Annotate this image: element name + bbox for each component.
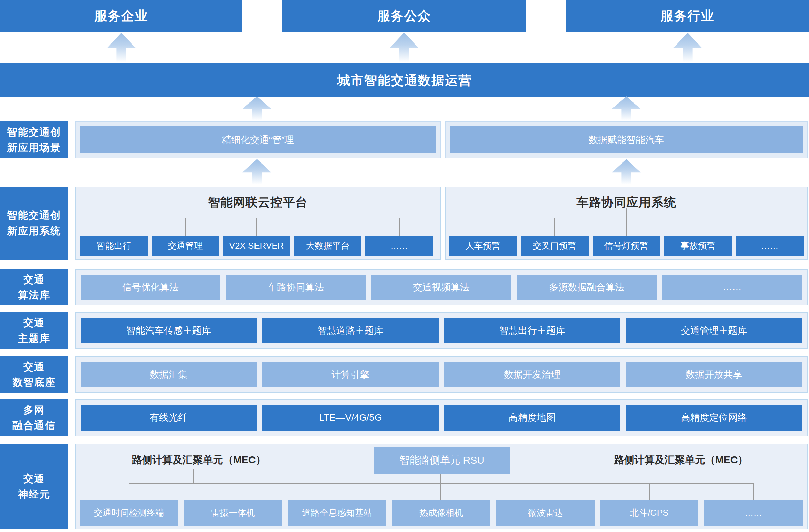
connector-line: [129, 483, 754, 484]
connector-line: [440, 474, 441, 483]
up-arrow: [390, 33, 419, 62]
theme-box: 智慧出行主题库: [444, 318, 620, 343]
connector-line: [193, 469, 194, 483]
child-box: 人车预警: [449, 236, 517, 256]
device-box: ……: [704, 500, 803, 526]
scene-panel-left: 精细化交通“管”理: [75, 121, 441, 158]
child-box: ……: [736, 236, 804, 256]
service-enterprise-box: 服务企业: [0, 0, 242, 32]
service-public-box: 服务公众: [282, 0, 526, 32]
device-box: 微波雷达: [496, 500, 595, 526]
child-box: 大数据平台: [294, 236, 362, 256]
child-box: 交叉口预警: [521, 236, 588, 256]
device-box: 北斗/GPS: [600, 500, 699, 526]
connector-line: [114, 218, 114, 236]
child-box: 智能出行: [80, 236, 148, 256]
algorithm-box: 交通视频算法: [372, 275, 511, 300]
sidebar-neurons: 交通 神经元: [0, 444, 68, 529]
themes-panel: 智能汽车传感主题库 智慧道路主题库 智慧出行主题库 交通管理主题库: [75, 312, 808, 349]
child-box: V2X SERVER: [223, 236, 290, 256]
sidebar-foundation: 交通 数智底座: [0, 356, 68, 393]
network-box: 高精度地图: [444, 405, 620, 430]
child-box: 信号灯预警: [592, 236, 660, 256]
connector-line: [256, 218, 257, 236]
connector-line: [681, 469, 681, 483]
network-panel: 有线光纤 LTE—V/4G/5G 高精度地图 高精度定位网络: [75, 399, 808, 436]
network-box: 有线光纤: [81, 405, 257, 430]
child-box: 交通管理: [152, 236, 219, 256]
algorithm-box: 多源数据融合算法: [517, 275, 656, 300]
foundation-panel: 数据汇集 计算引擎 数据开发治理 数据开放共享: [75, 356, 808, 393]
foundation-box: 数据开发治理: [444, 362, 620, 388]
scene-fine-traffic-management: 精细化交通“管”理: [80, 126, 436, 153]
network-box: LTE—V/4G/5G: [262, 405, 438, 430]
connector-line: [698, 218, 699, 236]
up-arrow: [107, 33, 136, 62]
connector-line: [185, 218, 186, 236]
scene-panel-right: 数据赋能智能汽车: [445, 121, 808, 158]
vehicle-road-children: 人车预警 交叉口预警 信号灯预警 事故预警 ……: [449, 236, 804, 256]
connector-line: [258, 208, 258, 218]
cloud-platform-children: 智能出行 交通管理 V2X SERVER 大数据平台 ……: [80, 236, 433, 256]
up-arrow: [612, 97, 641, 120]
network-box: 高精度定位网络: [626, 405, 802, 430]
foundation-box: 数据开放共享: [626, 362, 802, 388]
connector-line: [626, 208, 627, 218]
up-arrow: [612, 159, 641, 184]
data-operation-band: 城市智能交通数据运营: [0, 63, 809, 97]
service-industry-box: 服务行业: [566, 0, 809, 32]
connector-line: [770, 218, 770, 236]
architecture-diagram: 服务企业 服务公众 服务行业 城市智能交通数据运营 智能交通创 新应用场景 精细…: [0, 0, 809, 532]
theme-box: 交通管理主题库: [626, 318, 802, 343]
up-arrow: [673, 33, 702, 62]
device-box: 热成像相机: [392, 500, 490, 526]
connector-line: [510, 460, 615, 460]
sidebar-algorithms: 交通 算法库: [0, 269, 68, 306]
device-box: 雷摄一体机: [184, 500, 282, 526]
algorithm-box: 信号优化算法: [81, 275, 220, 300]
connector-line: [399, 218, 400, 236]
up-arrow: [242, 159, 271, 184]
connector-line: [483, 218, 483, 236]
connector-line: [337, 483, 338, 500]
child-box: ……: [365, 236, 433, 256]
algorithms-panel: 信号优化算法 车路协同算法 交通视频算法 多源数据融合算法 ……: [75, 269, 808, 306]
connector-line: [554, 218, 555, 236]
algorithm-box: 车路协同算法: [226, 275, 365, 300]
theme-box: 智能汽车传感主题库: [81, 318, 257, 343]
device-box: 道路全息感知基站: [288, 500, 386, 526]
connector-line: [649, 483, 650, 500]
connector-line: [328, 218, 328, 236]
neuron-devices: 交通时间检测终端 雷摄一体机 道路全息感知基站 热成像相机 微波雷达 北斗/GP…: [80, 500, 803, 526]
up-arrow: [242, 97, 271, 120]
rsu-box: 智能路侧单元 RSU: [374, 447, 510, 474]
algorithm-box: ……: [662, 275, 802, 300]
sidebar-network: 多网 融合通信: [0, 399, 68, 436]
connector-line: [129, 483, 130, 500]
foundation-box: 计算引擎: [262, 362, 438, 388]
child-box: 事故预警: [664, 236, 732, 256]
foundation-box: 数据汇集: [81, 362, 257, 388]
theme-box: 智慧道路主题库: [262, 318, 438, 343]
sidebar-scenes: 智能交通创 新应用场景: [0, 121, 68, 158]
scene-data-empowered-vehicles: 数据赋能智能汽车: [450, 126, 803, 153]
connector-line: [268, 460, 374, 460]
device-box: 交通时间检测终端: [80, 500, 178, 526]
sidebar-systems: 智能交通创 新应用系统: [0, 187, 68, 260]
sidebar-themes: 交通 主题库: [0, 312, 68, 349]
connector-line: [626, 218, 627, 236]
connector-line: [440, 483, 441, 500]
connector-line: [233, 483, 233, 500]
connector-line: [545, 483, 546, 500]
connector-line: [753, 483, 754, 500]
